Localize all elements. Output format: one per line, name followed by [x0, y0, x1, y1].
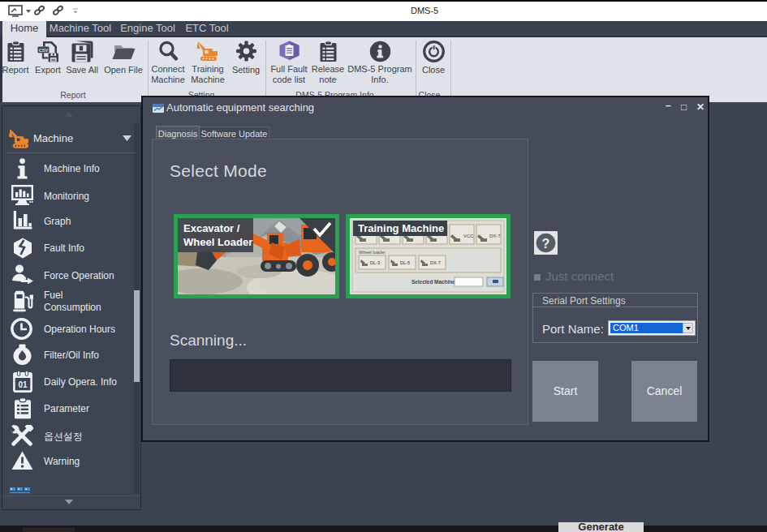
svg-text:VCC: VCC [463, 234, 474, 238]
svg-text:Training Machine: Training Machine [358, 222, 444, 234]
svg-text:DX-7: DX-7 [489, 234, 501, 238]
svg-text:Excavator /: Excavator / [183, 222, 240, 234]
svg-text:CSV: CSV [38, 48, 48, 53]
svg-text:DL-5: DL-5 [400, 260, 410, 265]
svg-text:Wheel Loader: Wheel Loader [183, 236, 252, 248]
svg-text:01: 01 [18, 380, 28, 389]
svg-text:DX-7: DX-7 [430, 260, 441, 265]
svg-text:DL-3: DL-3 [370, 260, 380, 265]
svg-text:Selected Machine:: Selected Machine: [412, 279, 457, 285]
svg-text:?: ? [542, 237, 550, 251]
svg-text:Wheel loader: Wheel loader [359, 250, 386, 255]
